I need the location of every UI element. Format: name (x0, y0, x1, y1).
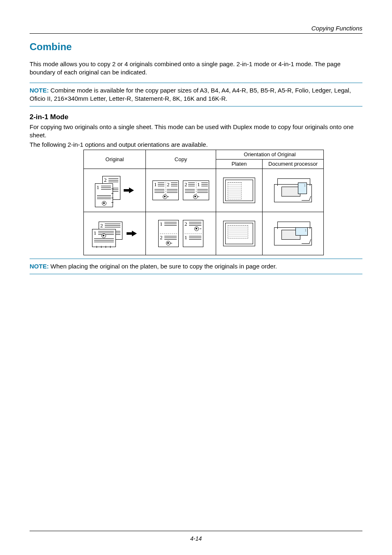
page-number-label: 1 (160, 221, 163, 227)
page-number-label: 2 (104, 177, 107, 183)
options-table: Original Copy Orientation of Original Pl… (83, 150, 324, 255)
copy-sheet-r2l-icon: 2 1 (183, 180, 209, 200)
page-number-label: 1 (197, 182, 200, 187)
footer-rule (30, 531, 362, 531)
subsection-body: For copying two originals onto a single … (30, 123, 362, 140)
cell-original-portrait: 2 1 (84, 169, 146, 212)
copy-sheet-b2t-icon: 2 1 (183, 220, 203, 247)
page-root: Copying Functions Combine This mode allo… (0, 0, 392, 555)
note1-bottom-rule (30, 106, 362, 106)
subsection-title: 2-in-1 Mode (30, 113, 362, 121)
page-number-label: 1 (94, 230, 97, 236)
th-copy: Copy (146, 150, 216, 169)
document-processor-icon: 1 (274, 178, 312, 202)
page-number-label: 2 (100, 223, 103, 228)
note-2: NOTE: When placing the original on the p… (30, 262, 362, 271)
section-combine-title: Combine (30, 41, 362, 53)
cell-platen-landscape (216, 212, 263, 255)
cell-platen-portrait (216, 169, 263, 212)
arrow-icon (127, 231, 137, 236)
document-processor-icon: 1 (274, 222, 312, 245)
page-number-label: 2 (184, 182, 187, 187)
page-number: 4-14 (0, 535, 392, 542)
platen-icon (223, 178, 255, 203)
note-1: NOTE: Combine mode is available for the … (30, 86, 362, 103)
copy-sheet-l2r-icon: 1 2 (152, 180, 179, 200)
table-row: 2 1 (84, 169, 324, 212)
arrow-icon (124, 187, 134, 193)
running-head: Copying Functions (30, 25, 362, 32)
table-head-row: Original Copy Orientation of Original (84, 150, 324, 159)
page-number-label: 1 (97, 185, 99, 190)
cell-copy-landscape: 1 2 2 1 (146, 212, 216, 255)
subsection-lead: The following 2-in-1 options and output … (30, 141, 362, 149)
note1-label: NOTE: (30, 87, 49, 94)
th-original: Original (84, 150, 146, 169)
header-rule (30, 33, 362, 34)
table-row: 2 1 (84, 212, 324, 255)
page-number-label: 1 (184, 235, 187, 240)
page-number-label: 2 (160, 235, 163, 240)
note2-top-rule (30, 259, 362, 259)
intro-paragraph: This mode allows you to copy 2 or 4 orig… (30, 60, 362, 77)
note2-text: When placing the original on the platen,… (49, 263, 277, 270)
platen-icon (223, 221, 255, 246)
note1-text: Combine mode is available for the copy p… (30, 87, 351, 102)
note2-label: NOTE: (30, 263, 49, 270)
page-number-label: 1 (304, 183, 306, 187)
cell-copy-portrait: 1 2 2 1 (146, 169, 216, 212)
page-number-label: 1 (154, 182, 157, 187)
th-orientation: Orientation of Original (216, 150, 324, 159)
copy-sheet-t2b-icon: 1 2 (158, 220, 179, 247)
page-number-label: 1 (305, 228, 307, 232)
page-icon: 1 (92, 229, 116, 247)
page-number-label: 2 (167, 182, 170, 187)
cell-docproc-landscape: 1 (263, 212, 324, 255)
note2-bottom-rule (30, 274, 362, 274)
stacked-originals-icon: 2 1 (95, 176, 121, 205)
note1-top-rule (30, 83, 362, 83)
stacked-originals-wide-icon: 2 1 (92, 222, 124, 245)
page-icon: 1 (95, 183, 113, 207)
cell-original-landscape: 2 1 (84, 212, 146, 255)
page-number-label: 2 (184, 221, 187, 227)
cell-docproc-portrait: 1 (263, 169, 324, 212)
